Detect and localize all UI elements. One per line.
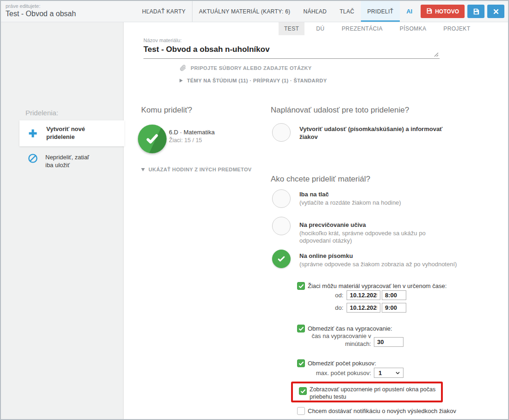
mode-option-desc: (hocikoľko krát, správne odpovede sa uká… [299, 230, 438, 245]
menu-current-material[interactable]: AKTUÁLNY MATERIÁL (KARTY: 6) [192, 1, 297, 22]
check-icon [300, 389, 306, 394]
mode-online-test-radio[interactable] [272, 250, 291, 268]
show-other-subjects-label: UKÁZAŤ HODINY Z INÝCH PREDMETOV [149, 167, 252, 172]
notifications-label: Chcem dostávať notifikáciu o nových výsl… [308, 407, 456, 414]
sidebar-item-skip-assignment[interactable]: Neprideliť, zatiaľ iba uložiť [28, 153, 96, 169]
duration-label: Obmedziť čas na vypracovanie: [308, 325, 392, 332]
resize-handle[interactable] [434, 52, 439, 57]
material-name-input[interactable]: Test - Obvod a obsah n-uholníkov [143, 43, 440, 59]
sidebar-item-label: Vytvoriť nové pridelenie [46, 125, 101, 141]
mode-option-label: Iba na tlač [299, 191, 447, 199]
mode-practice-text: Na precvičovanie učiva (hocikoľko krát, … [299, 221, 438, 244]
topbar: práve editujete: Test - Obvod a obsah HĽ… [1, 1, 508, 22]
close-icon [493, 9, 499, 14]
attach-files-label: PRIPOJTE SÚBORY ALEBO ZADAJTE OTÁZKY [191, 65, 312, 71]
create-event-label: Vytvoriť udalosť (písomka/skúšanie) a in… [299, 125, 450, 141]
check-icon [145, 132, 160, 146]
sidebar-title: Pridelenia: [25, 109, 58, 117]
attempts-label: Obmedziť počet pokusov: [308, 360, 376, 367]
duration-field-label: čas na vypracovanie v minútach: [304, 332, 371, 348]
menu-preview[interactable]: NÁHĽAD [297, 1, 333, 22]
attempts-checkbox[interactable] [297, 359, 305, 367]
class-students-count: Žiaci: 15 / 15 [169, 137, 202, 144]
check-icon [298, 361, 304, 366]
tab-test[interactable]: TEST [279, 22, 304, 35]
create-event-radio[interactable] [272, 123, 291, 142]
tab-presentation[interactable]: PREZENTÁCIA [336, 22, 388, 35]
attempts-field-label: max. počet pokusov: [313, 370, 371, 377]
menu-print[interactable]: TLAČ [333, 1, 361, 22]
material-name-field-wrap: Test - Obvod a obsah n-uholníkov [143, 43, 440, 59]
duration-input[interactable] [374, 337, 403, 347]
editing-info: práve editujete: Test - Obvod a obsah [6, 3, 76, 18]
mode-print-only-radio[interactable] [272, 189, 291, 208]
save-icon [473, 8, 479, 15]
save-button[interactable] [467, 5, 484, 18]
mode-option-desc: (vytlačíte a rozdáte žiakom na hodine) [299, 199, 447, 207]
main-panel: TEST DÚ PREZENTÁCIA PÍSOMKA PROJEKT Názo… [124, 22, 508, 419]
time-window-label: Žiaci môžu materiál vypracovať len v urč… [308, 282, 447, 289]
attach-files-toggle[interactable]: PRIPOJTE SÚBORY ALEBO ZADAJTE OTÁZKY [180, 64, 312, 71]
exit-warning-label: Zobrazovať upozornenie pri opustení okna… [310, 386, 447, 401]
study-topics-toggle[interactable]: TÉMY NA ŠTÚDIUM (11) · PRÍPRAVY (1) · ŠT… [180, 78, 327, 83]
duration-checkbox[interactable] [297, 325, 305, 332]
mode-heading: Ako chcete prideliť materiál? [271, 175, 370, 184]
sidebar-item-label: Neprideliť, zatiaľ iba uložiť [45, 154, 96, 169]
attempts-select-value: 1 [379, 370, 382, 376]
save-icon [426, 8, 432, 15]
editing-title: Test - Obvod a obsah [6, 10, 76, 18]
class-avatar[interactable] [138, 125, 167, 153]
class-name: 6.D · Matematika [169, 129, 215, 136]
chevron-right-icon [180, 79, 183, 82]
notifications-checkbox[interactable] [297, 407, 305, 415]
done-button-label: HOTOVO [435, 8, 459, 15]
sidebar-item-new-assignment[interactable]: Vytvoriť nové pridelenie [19, 120, 124, 146]
from-time-input[interactable] [382, 290, 406, 300]
app-window: práve editujete: Test - Obvod a obsah HĽ… [0, 0, 509, 420]
menu-assign[interactable]: PRIDELIŤ [361, 1, 400, 22]
highlight-red-box: Zobrazovať upozornenie pri opustení okna… [291, 382, 443, 402]
material-type-tabs: TEST DÚ PREZENTÁCIA PÍSOMKA PROJEKT [279, 22, 482, 35]
mode-option-desc: (správne odpovede sa žiakom zobrazia až … [299, 261, 466, 268]
to-time-input[interactable] [382, 303, 406, 313]
check-icon [277, 254, 286, 263]
topbar-menu: HĽADAŤ KARTY AKTUÁLNY MATERIÁL (KARTY: 6… [136, 1, 504, 22]
study-topics-label: TÉMY NA ŠTÚDIUM (11) · PRÍPRAVY (1) · ŠT… [187, 78, 327, 83]
create-event-option-text: Vytvoriť udalosť (písomka/skúšanie) a in… [299, 125, 450, 141]
chevron-down-icon [395, 370, 400, 376]
ban-icon [28, 153, 38, 163]
time-window-checkbox[interactable] [297, 282, 305, 290]
exit-warning-checkbox[interactable] [299, 387, 307, 395]
mode-option-label: Na precvičovanie učiva [299, 221, 438, 229]
menu-ai[interactable]: AI [400, 8, 419, 15]
close-button[interactable] [487, 5, 504, 18]
assign-to-heading: Komu prideliť? [141, 106, 192, 115]
material-name-label: Názov materiálu: [143, 38, 182, 43]
mode-online-test-text: Na online písomku (správne odpovede sa ž… [299, 252, 466, 268]
to-label: do: [321, 304, 343, 312]
menu-search-cards[interactable]: HĽADAŤ KARTY [136, 1, 192, 22]
from-date-input[interactable] [347, 290, 380, 300]
tab-exam[interactable]: PÍSOMKA [394, 22, 432, 35]
from-label: od: [321, 292, 343, 300]
sidebar-assignments: Pridelenia: Vytvoriť nové pridelenie Nep… [1, 22, 124, 419]
paperclip-icon [180, 64, 186, 71]
attempts-select[interactable]: 1 [374, 368, 403, 378]
tab-homework[interactable]: DÚ [310, 22, 330, 35]
mode-practice-radio[interactable] [272, 217, 291, 235]
check-icon [298, 326, 304, 332]
editing-label: práve editujete: [6, 3, 76, 9]
event-heading: Naplánovať udalosť pre toto pridelenie? [271, 106, 409, 115]
to-date-input[interactable] [347, 303, 380, 313]
plus-icon [28, 128, 38, 138]
done-button[interactable]: HOTOVO [421, 5, 465, 18]
mode-option-label: Na online písomku [299, 252, 466, 260]
mode-print-only-text: Iba na tlač (vytlačíte a rozdáte žiakom … [299, 191, 447, 207]
show-other-subjects-toggle[interactable]: UKÁZAŤ HODINY Z INÝCH PREDMETOV [141, 167, 252, 172]
check-icon [298, 283, 304, 289]
chevron-down-icon [141, 168, 145, 171]
tab-project[interactable]: PROJEKT [438, 22, 476, 35]
